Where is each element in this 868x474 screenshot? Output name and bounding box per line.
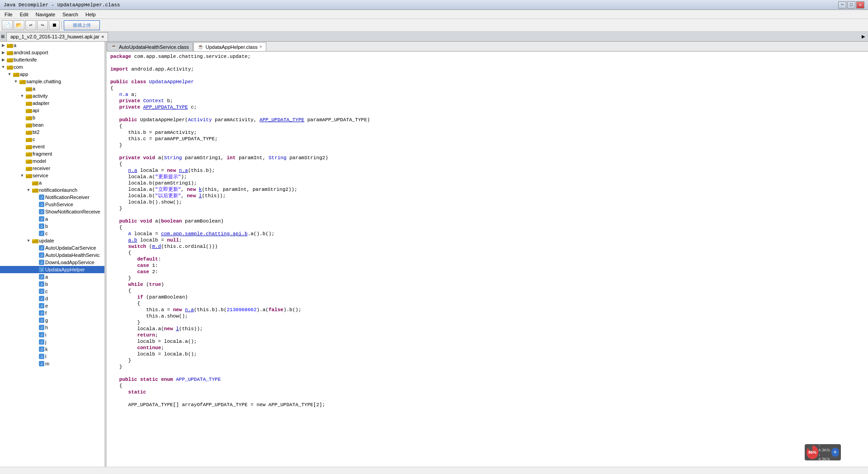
- tree-toggle[interactable]: ▼: [19, 172, 25, 179]
- toolbar-open[interactable]: 📂: [14, 20, 24, 30]
- tree-scroll[interactable]: ▶a▶android.support▶butterknife▼com▼app▼s…: [0, 42, 104, 467]
- tree-item-26[interactable]: Jc: [0, 230, 104, 237]
- tree-toggle: [32, 209, 38, 215]
- menu-help[interactable]: Help: [83, 11, 99, 18]
- tree-icon: J: [38, 274, 45, 280]
- tree-item-25[interactable]: Jb: [0, 223, 104, 230]
- tree-icon: [6, 57, 14, 63]
- tree-label: bt2: [33, 129, 104, 135]
- tree-item-33[interactable]: Jb: [0, 280, 104, 288]
- tree-item-2[interactable]: ▶butterknife: [0, 56, 104, 63]
- tree-toggle[interactable]: ▶: [0, 57, 6, 63]
- svg-rect-25: [26, 131, 28, 132]
- tree-item-14[interactable]: event: [0, 143, 104, 150]
- tree-item-22[interactable]: JPushService: [0, 201, 104, 208]
- code-tab-1-close[interactable]: ×: [259, 44, 262, 49]
- svg-rect-31: [26, 152, 28, 154]
- tree-item-8[interactable]: adapter: [0, 100, 104, 107]
- tree-item-15[interactable]: fragment: [0, 150, 104, 157]
- toolbar-stop[interactable]: ⏹: [49, 20, 60, 30]
- tree-icon: J: [38, 194, 45, 200]
- menu-file[interactable]: File: [2, 11, 15, 18]
- menu-search[interactable]: Search: [60, 11, 81, 18]
- network-speed-button[interactable]: +: [831, 448, 839, 457]
- tree-item-24[interactable]: Ja: [0, 215, 104, 223]
- network-percent: 86%: [807, 446, 818, 459]
- tree-item-31[interactable]: JUpdataAppHelper: [0, 266, 104, 273]
- tree-item-16[interactable]: model: [0, 157, 104, 165]
- tree-toggle[interactable]: ▼: [6, 71, 13, 77]
- tree-item-39[interactable]: Jh: [0, 324, 104, 331]
- tree-toggle[interactable]: ▼: [25, 187, 32, 193]
- maximize-button[interactable]: □: [847, 1, 855, 9]
- tree-item-12[interactable]: bt2: [0, 128, 104, 136]
- tree-item-3[interactable]: ▼com: [0, 63, 104, 71]
- tree-item-10[interactable]: b: [0, 114, 104, 121]
- tree-toggle: [19, 100, 25, 106]
- toolbar-forward[interactable]: ↪: [37, 20, 48, 30]
- tree-icon: J: [38, 353, 45, 360]
- svg-text:J: J: [41, 224, 42, 228]
- close-button[interactable]: ✕: [856, 1, 864, 9]
- tree-toggle[interactable]: ▶: [0, 42, 6, 48]
- svg-text:J: J: [41, 232, 42, 236]
- tree-item-18[interactable]: ▼service: [0, 172, 104, 179]
- tree-item-38[interactable]: Jg: [0, 317, 104, 324]
- code-content[interactable]: package com.app.sample.chatting.service.…: [107, 52, 868, 467]
- tree-item-17[interactable]: receiver: [0, 165, 104, 172]
- tree-item-34[interactable]: Jc: [0, 288, 104, 295]
- tree-item-42[interactable]: Jk: [0, 346, 104, 353]
- tree-item-4[interactable]: ▼app: [0, 71, 104, 78]
- tree-label: AutoUpdataHealthServic: [45, 252, 104, 258]
- tree-item-5[interactable]: ▼sample.chatting: [0, 78, 104, 85]
- menu-navigate[interactable]: Navigate: [33, 11, 58, 18]
- code-tab-1[interactable]: ☕ UpdataAppHelper.class ×: [193, 42, 266, 51]
- tree-item-13[interactable]: c: [0, 136, 104, 143]
- tree-item-27[interactable]: ▼update: [0, 237, 104, 244]
- tree-item-40[interactable]: Ji: [0, 331, 104, 338]
- tree-item-29[interactable]: JAutoUpdataHealthServic: [0, 251, 104, 259]
- tree-item-19[interactable]: a: [0, 179, 104, 186]
- svg-text:J: J: [41, 268, 42, 272]
- tree-item-6[interactable]: a: [0, 85, 104, 92]
- tree-toggle[interactable]: ▼: [25, 237, 32, 244]
- tree-item-44[interactable]: Jm: [0, 360, 104, 367]
- tree-toggle[interactable]: ▼: [13, 78, 19, 85]
- tree-item-0[interactable]: ▶a: [0, 42, 104, 49]
- svg-text:J: J: [41, 289, 42, 294]
- tree-toggle[interactable]: ▶: [0, 49, 6, 56]
- tree-icon: [25, 129, 33, 135]
- tree-item-9[interactable]: api: [0, 107, 104, 114]
- tree-label: AutoUpdataCarService: [45, 245, 104, 251]
- tree-item-21[interactable]: JNotificationReceiver: [0, 194, 104, 201]
- tree-item-32[interactable]: Ja: [0, 273, 104, 280]
- toolbar-extra[interactable]: 接插上传: [64, 20, 100, 30]
- tree-item-43[interactable]: Jl: [0, 353, 104, 360]
- toolbar-back[interactable]: ↩: [25, 20, 36, 30]
- tree-item-7[interactable]: ▼activity: [0, 92, 104, 100]
- tree-toggle[interactable]: ▼: [19, 93, 25, 99]
- tab-scroll-right[interactable]: ▶: [860, 33, 867, 40]
- expand-icon[interactable]: ⊞: [1, 34, 5, 39]
- tree-item-11[interactable]: bean: [0, 121, 104, 128]
- tree-item-28[interactable]: JAutoUpdataCarService: [0, 244, 104, 251]
- file-tab-close[interactable]: ×: [101, 34, 104, 39]
- toolbar-new[interactable]: 📄: [2, 20, 13, 30]
- tree-item-35[interactable]: Jd: [0, 295, 104, 302]
- menu-edit[interactable]: Edit: [17, 11, 31, 18]
- tree-icon: J: [38, 201, 45, 208]
- tree-item-20[interactable]: ▼notificationlaunch: [0, 186, 104, 194]
- network-badge: 86% ↑ 4.3K/s ↓ 4.3K/s +: [805, 444, 841, 460]
- code-tab-0[interactable]: ☕ AutoUpdataHealthService.class: [107, 42, 193, 51]
- file-tab-bar: ⊞ app_1_v2.0_2016-11-23_huawei.apk.jar ×…: [0, 32, 868, 42]
- file-tab[interactable]: app_1_v2.0_2016-11-23_huawei.apk.jar ×: [6, 32, 108, 41]
- tree-item-41[interactable]: Jj: [0, 338, 104, 346]
- tree-item-30[interactable]: JDownLoadAppService: [0, 259, 104, 266]
- tree-toggle: [32, 353, 38, 360]
- tree-item-23[interactable]: JShowNotificationReceive: [0, 208, 104, 215]
- tree-toggle[interactable]: ▼: [0, 64, 6, 70]
- tree-item-36[interactable]: Je: [0, 302, 104, 309]
- tree-item-1[interactable]: ▶android.support: [0, 49, 104, 56]
- tree-item-37[interactable]: Jf: [0, 309, 104, 317]
- minimize-button[interactable]: ─: [838, 1, 846, 9]
